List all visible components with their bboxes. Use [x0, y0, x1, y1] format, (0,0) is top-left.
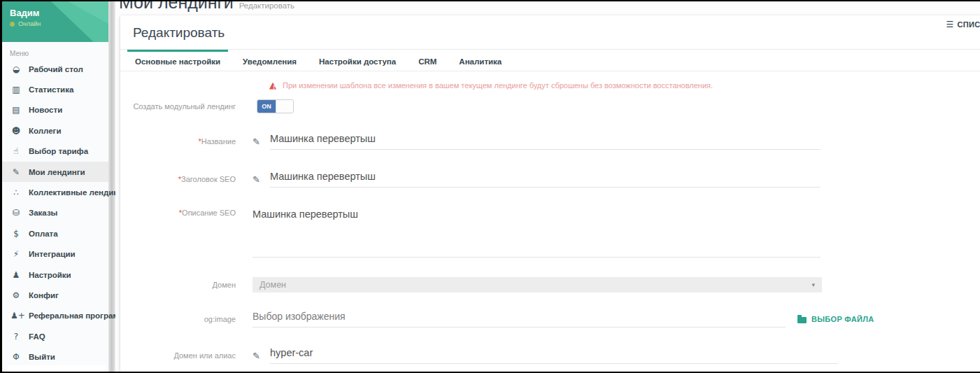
sidebar-item-faq[interactable]: ?FAQ — [2, 326, 108, 346]
app-window: Вадим Онлайн Меню ◒Рабочий стол▥Статисти… — [2, 1, 980, 372]
domain-select-value: Домен — [260, 280, 286, 290]
referral-icon: ♟+ — [10, 311, 22, 321]
menu-section-label: Меню — [10, 50, 108, 57]
sidebar-item-label: Реферальная программа — [29, 311, 129, 320]
dashboard-icon: ◒ — [10, 64, 22, 74]
sidebar-item-referral[interactable]: ♟+Реферальная программа — [2, 306, 108, 326]
sidebar-item-label: Интеграции — [29, 250, 76, 258]
field-label: Домен или алиас — [120, 351, 253, 360]
form-row-seo-title: *Заголовок SEO ✎ — [120, 171, 980, 188]
card-header: Редактировать — [120, 15, 980, 50]
sidebar: Вадим Онлайн Меню ◒Рабочий стол▥Статисти… — [2, 1, 108, 372]
choose-file-button-label: ВЫБОР ФАЙЛА — [811, 315, 874, 323]
toggle-on-label: ON — [257, 100, 276, 113]
sidebar-item-colleagues[interactable]: ☻Коллеги — [2, 120, 108, 141]
warning-icon: ▲ — [269, 80, 276, 90]
online-dot-icon — [10, 22, 15, 27]
card-title: Редактировать — [133, 25, 980, 41]
user-status-label: Онлайн — [18, 20, 41, 27]
sidebar-item-label: Коллеги — [29, 127, 61, 135]
integrations-icon: ⚡ — [10, 249, 22, 259]
breadcrumb: Редактировать — [239, 1, 294, 10]
collective-landings-icon: ∴ — [10, 188, 22, 197]
orders-icon: ⛁ — [10, 208, 22, 218]
logout-icon: Φ — [10, 352, 22, 362]
sidebar-item-logout[interactable]: ΦВыйти — [2, 346, 108, 367]
sidebar-item-integrations[interactable]: ⚡Интеграции — [2, 244, 108, 265]
seo-title-input[interactable] — [270, 171, 821, 188]
page-title: Мои лендинги — [119, 1, 234, 13]
field-label: *Описание SEO — [120, 209, 253, 217]
pencil-icon: ✎ — [253, 174, 265, 185]
sidebar-item-statistics[interactable]: ▥Статистика — [2, 79, 108, 99]
user-name: Вадим — [10, 8, 39, 18]
list-view-button[interactable]: ☰ СПИСОК — [946, 20, 980, 29]
user-panel[interactable]: Вадим Онлайн — [2, 1, 108, 42]
edit-card: Редактировать Основные настройкиУведомле… — [120, 15, 980, 372]
warning-banner: ▲ При изменении шаблона все изменения в … — [269, 80, 980, 90]
og-image-picker[interactable]: Выбор изображения — [253, 311, 786, 328]
tab-crm[interactable]: CRM — [411, 50, 444, 71]
toggle-handle — [276, 100, 293, 113]
sidebar-item-label: Новости — [29, 106, 62, 114]
folder-icon — [797, 317, 807, 323]
sidebar-item-label: FAQ — [29, 332, 45, 341]
chevron-down-icon: ▾ — [811, 281, 815, 288]
page-header: Мои лендинги Редактировать — [119, 1, 294, 13]
user-status: Онлайн — [10, 20, 41, 27]
sidebar-item-collective-landings[interactable]: ∴Коллективные лендинги — [2, 182, 108, 202]
sidebar-item-orders[interactable]: ⛁Заказы — [2, 203, 108, 223]
form-row-name: *Название ✎ — [120, 133, 980, 150]
sidebar-item-news[interactable]: ▤Новости — [2, 100, 108, 120]
field-label: *Название — [120, 137, 253, 146]
form-row-alias: Домен или алиас ✎ — [120, 347, 980, 364]
faq-icon: ? — [10, 332, 22, 342]
sidebar-item-dashboard[interactable]: ◒Рабочий стол — [2, 59, 108, 79]
sidebar-item-tariff[interactable]: ☝Выбор тарифа — [2, 141, 108, 162]
modular-landing-toggle[interactable]: ON — [257, 99, 294, 113]
tab-access-settings[interactable]: Настройки доступа — [311, 50, 404, 71]
form-row-og-image: og:image Выбор изображения ВЫБОР ФАЙЛА — [120, 311, 980, 328]
sidebar-item-label: Выйти — [29, 353, 55, 361]
sidebar-item-label: Конфиг — [29, 291, 59, 300]
sidebar-item-label: Выбор тарифа — [29, 147, 88, 155]
choose-file-button[interactable]: ВЫБОР ФАЙЛА — [797, 315, 874, 323]
field-label: *Заголовок SEO — [120, 175, 253, 183]
tab-notifications[interactable]: Уведомления — [235, 50, 304, 71]
form-row-domain: Домен Домен ▾ — [120, 277, 980, 293]
sidebar-item-my-landings[interactable]: ✎Мои лендинги — [2, 162, 108, 182]
payment-icon: $ — [10, 229, 22, 239]
sidebar-item-label: Рабочий стол — [29, 65, 83, 73]
field-label: Создать модульный лендинг — [120, 102, 253, 111]
pencil-icon: ✎ — [253, 351, 265, 361]
colleagues-icon: ☻ — [10, 126, 22, 136]
list-icon: ☰ — [946, 20, 953, 29]
sidebar-item-label: Оплата — [29, 230, 58, 238]
domain-select[interactable]: Домен ▾ — [253, 277, 822, 293]
my-landings-icon: ✎ — [10, 167, 22, 177]
tab-analytics[interactable]: Аналитика — [451, 50, 509, 71]
sidebar-item-label: Мои лендинги — [29, 168, 85, 176]
sidebar-item-config[interactable]: ⚙Конфиг — [2, 285, 108, 305]
config-icon: ⚙ — [10, 290, 22, 300]
tab-main-settings[interactable]: Основные настройки — [127, 50, 228, 71]
sidebar-item-label: Статистика — [29, 85, 73, 94]
tariff-icon: ☝ — [10, 146, 22, 156]
sidebar-bottom-box — [8, 365, 106, 372]
statistics-icon: ▥ — [10, 85, 22, 94]
news-icon: ▤ — [10, 105, 22, 115]
name-input[interactable] — [270, 133, 821, 150]
sidebar-menu: ◒Рабочий стол▥Статистика▤Новости☻Коллеги… — [2, 59, 108, 372]
field-label: Домен — [120, 281, 253, 289]
sidebar-item-payment[interactable]: $Оплата — [2, 223, 108, 244]
pencil-icon: ✎ — [253, 136, 265, 147]
list-view-button-label: СПИСОК — [958, 20, 980, 29]
sidebar-item-settings[interactable]: ♟Настройки — [2, 265, 108, 285]
sidebar-item-label: Заказы — [29, 209, 57, 217]
form-row-seo-description: *Описание SEO Машинка перевертыш — [120, 209, 980, 258]
form-row-modular-toggle: Создать модульный лендинг ON — [120, 99, 980, 113]
seo-description-textarea[interactable]: Машинка перевертыш — [253, 209, 821, 258]
warning-text: При изменении шаблона все изменения в ва… — [283, 81, 713, 90]
alias-input[interactable] — [270, 347, 838, 364]
sidebar-item-label: Настройки — [29, 271, 71, 279]
